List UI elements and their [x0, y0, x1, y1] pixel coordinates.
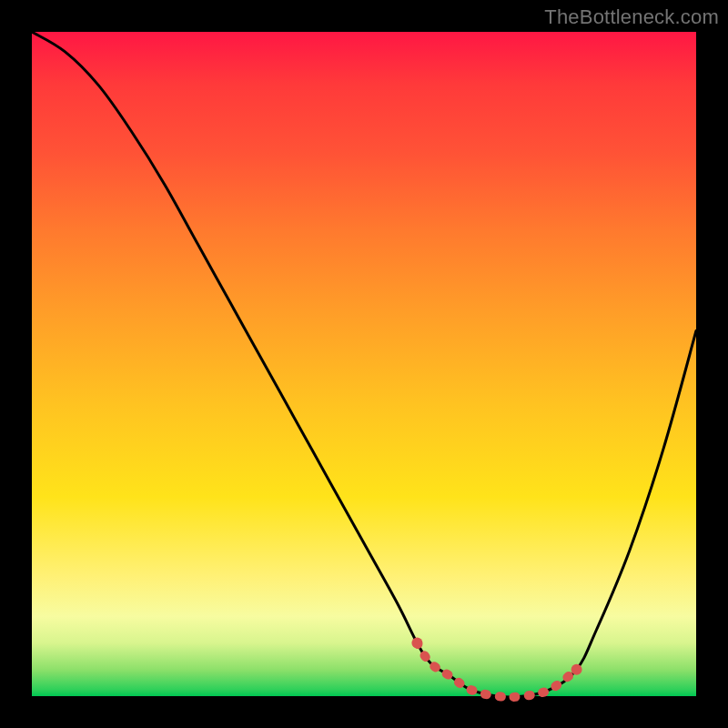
plot-area — [32, 32, 696, 696]
highlight-endpoint-dot — [571, 664, 582, 675]
chart-container: TheBottleneck.com — [0, 0, 728, 728]
watermark-text: TheBottleneck.com — [544, 5, 719, 29]
highlight-endpoint-dot — [411, 638, 422, 649]
chart-svg — [32, 32, 696, 696]
main-curve-path — [32, 32, 696, 697]
